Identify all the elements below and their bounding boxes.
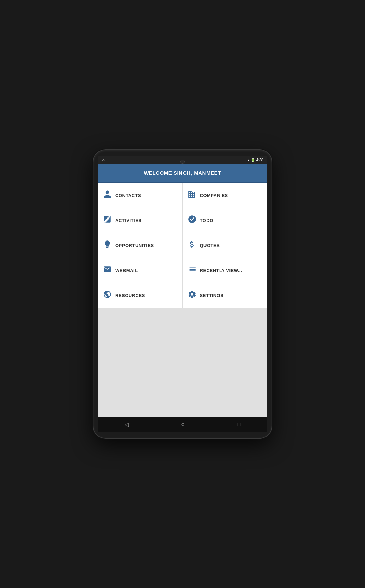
menu-item-activities[interactable]: ACTIVITIES	[98, 208, 183, 233]
webmail-icon	[103, 265, 112, 276]
app-header: WELCOME SINGH, MANMEET	[98, 164, 267, 183]
menu-row-1: CONTACTS COMPANIES	[98, 183, 267, 208]
contacts-icon	[103, 190, 112, 201]
menu-row-3: OPPORTUNITIES QUOTES	[98, 233, 267, 258]
menu-item-companies[interactable]: COMPANIES	[183, 183, 267, 208]
menu-item-todo[interactable]: TODO	[183, 208, 267, 233]
status-right: ▾ 🔋 4:38	[248, 158, 263, 162]
wifi-icon: ▾	[248, 158, 249, 162]
recently-viewed-icon	[188, 265, 197, 276]
screen: ☺ ▾ 🔋 4:38 WELCOME SINGH, MANMEET	[98, 156, 267, 432]
menu-item-contacts[interactable]: CONTACTS	[98, 183, 183, 208]
recent-button[interactable]: □	[231, 420, 248, 429]
battery-icon: 🔋	[251, 158, 255, 162]
status-bar: ☺ ▾ 🔋 4:38	[98, 156, 267, 164]
resources-icon	[103, 290, 112, 301]
menu-item-opportunities[interactable]: OPPORTUNITIES	[98, 233, 183, 258]
contacts-label: CONTACTS	[115, 193, 141, 198]
home-button[interactable]: ○	[174, 420, 191, 429]
app-content: WELCOME SINGH, MANMEET CONTACTS	[98, 164, 267, 417]
recently-viewed-label: RECENTLY VIEW...	[200, 268, 243, 273]
opportunities-icon	[103, 240, 112, 251]
nav-bar: ◁ ○ □	[98, 417, 267, 432]
menu-item-quotes[interactable]: QUOTES	[183, 233, 267, 258]
settings-label: SETTINGS	[200, 293, 224, 298]
menu-grid: CONTACTS COMPANIES	[98, 183, 267, 308]
status-left: ☺	[102, 158, 105, 162]
activities-icon	[103, 215, 112, 226]
todo-icon	[188, 215, 197, 226]
device: ☺ ▾ 🔋 4:38 WELCOME SINGH, MANMEET	[93, 150, 272, 438]
activities-label: ACTIVITIES	[115, 218, 142, 223]
welcome-title: WELCOME SINGH, MANMEET	[144, 170, 221, 176]
menu-row-5: RESOURCES SETTINGS	[98, 283, 267, 308]
companies-label: COMPANIES	[200, 193, 228, 198]
todo-label: TODO	[200, 218, 213, 223]
gray-area	[98, 308, 267, 417]
webmail-label: WEBMAIL	[115, 268, 138, 273]
menu-item-resources[interactable]: RESOURCES	[98, 283, 183, 308]
menu-row-4: WEBMAIL RECENTLY VIEW...	[98, 258, 267, 283]
companies-icon	[188, 190, 197, 201]
clock: 4:38	[256, 158, 263, 162]
menu-item-webmail[interactable]: WEBMAIL	[98, 258, 183, 283]
menu-item-settings[interactable]: SETTINGS	[183, 283, 267, 308]
back-button[interactable]: ◁	[118, 420, 136, 429]
quotes-icon	[188, 240, 197, 251]
menu-item-recently-viewed[interactable]: RECENTLY VIEW...	[183, 258, 267, 283]
menu-row-2: ACTIVITIES TODO	[98, 208, 267, 233]
opportunities-label: OPPORTUNITIES	[115, 243, 154, 248]
quotes-label: QUOTES	[200, 243, 220, 248]
settings-icon	[188, 290, 197, 301]
status-icon: ☺	[102, 158, 105, 162]
resources-label: RESOURCES	[115, 293, 145, 298]
